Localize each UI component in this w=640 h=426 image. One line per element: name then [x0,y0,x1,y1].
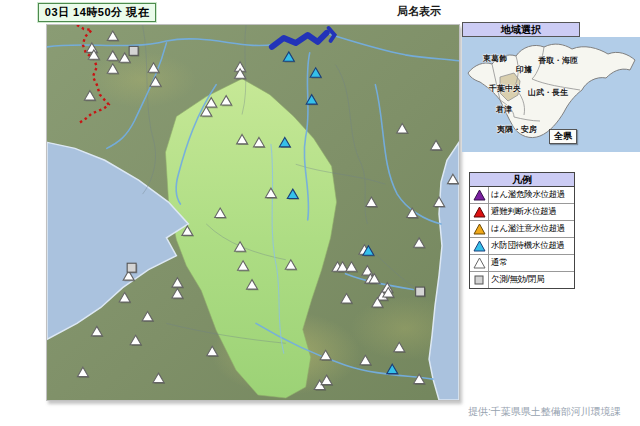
legend-item: 避難判断水位超過 [470,204,574,221]
legend-panel: 凡例 はん濫危険水位超過避難判断水位超過はん濫注意水位超過水防団待機水位超過通常… [469,172,575,289]
legend-item-label: はん濫危険水位超過 [489,189,565,201]
region-selector-title: 地域選択 [462,22,580,37]
legend-marker-icon [470,221,489,237]
prefecture-map-canvas [47,25,459,400]
station-marker-offline[interactable] [416,287,426,297]
region-link[interactable]: 千葉中央 [489,83,521,94]
legend-item: 欠測/無効/閉局 [470,272,574,288]
region-selector-panel: 地域選択 東葛飾印旛香取・海匝千葉中央山武・長生君津夷隅・安房 全県 [462,22,640,152]
offline-square-icon [473,274,486,286]
status-triangle-icon [473,240,486,252]
region-link[interactable]: 印旛 [516,64,532,75]
legend-item-label: 避難判断水位超過 [489,206,557,218]
legend-rows: はん濫危険水位超過避難判断水位超過はん濫注意水位超過水防団待機水位超過通常欠測/… [470,187,574,288]
status-triangle-icon [473,189,486,201]
region-link[interactable]: 東葛飾 [483,53,507,64]
status-triangle-icon [473,206,486,218]
region-minimap[interactable]: 東葛飾印旛香取・海匝千葉中央山武・長生君津夷隅・安房 全県 [462,37,640,152]
legend-item-label: はん濫注意水位超過 [489,223,565,235]
legend-marker-icon [470,238,489,254]
prefecture-map [46,24,460,401]
station-name-display-button[interactable]: 局名表示 [397,4,441,19]
legend-item-label: 水防団待機水位超過 [489,240,565,252]
region-link[interactable]: 香取・海匝 [538,55,578,66]
region-link[interactable]: 夷隅・安房 [497,124,537,135]
legend-item: はん濫注意水位超過 [470,221,574,238]
data-provider-credit: 提供:千葉県県土整備部河川環境課 [468,405,640,419]
station-marker-offline[interactable] [129,46,139,56]
legend-marker-icon [470,272,489,288]
station-marker-offline[interactable] [127,263,137,273]
legend-marker-icon [470,255,489,271]
region-link[interactable]: 山武・長生 [528,87,568,98]
legend-marker-icon [470,204,489,220]
status-triangle-icon [473,257,486,269]
legend-title: 凡例 [470,173,574,187]
legend-item-label: 欠測/無効/閉局 [489,274,544,286]
region-link[interactable]: 君津 [496,104,512,115]
status-triangle-icon [473,223,486,235]
legend-item-label: 通常 [489,257,507,269]
legend-item: 水防団待機水位超過 [470,238,574,255]
legend-item: はん濫危険水位超過 [470,187,574,204]
legend-marker-icon [470,187,489,203]
observation-timestamp: 03日 14時50分 現在 [38,3,156,22]
legend-item: 通常 [470,255,574,272]
water-level-monitor-page: { "header": { "timestamp": "03日 14時50分 現… [0,0,640,426]
all-prefecture-button[interactable]: 全県 [549,129,577,144]
